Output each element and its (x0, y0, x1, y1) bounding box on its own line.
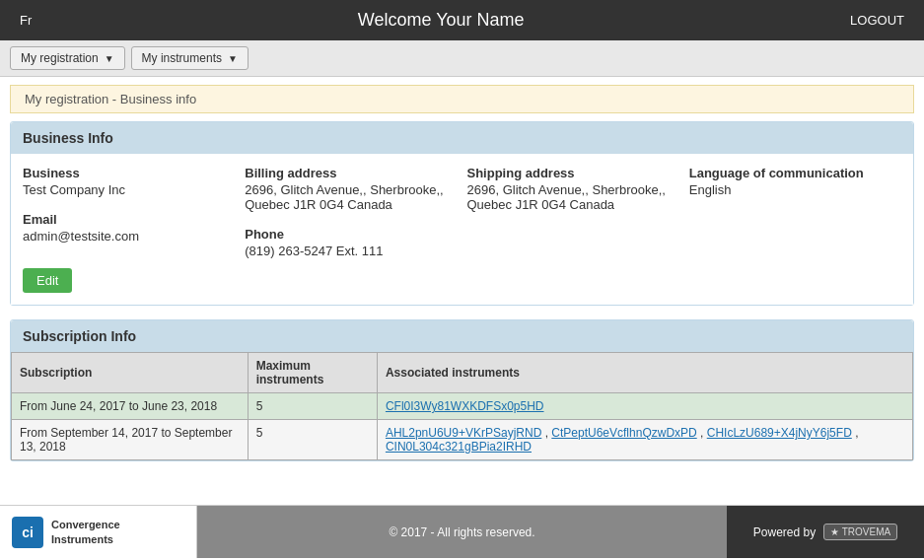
subscription-info-header: Subscription Info (11, 320, 913, 352)
subscription-period: From September 14, 2017 to September 13,… (12, 420, 249, 460)
col-associated-instruments: Associated instruments (377, 353, 912, 393)
subscription-info-section: Subscription Info Subscription Maximum i… (10, 319, 914, 461)
logo-icon: ci (12, 517, 43, 548)
footer-copyright: © 2017 - All rights reserved. (197, 506, 727, 558)
email-label: Email (23, 212, 235, 227)
shipping-label: Shipping address (467, 166, 679, 180)
phone-value: (819) 263-5247 Ext. 111 (245, 244, 457, 258)
edit-button[interactable]: Edit (23, 268, 72, 293)
language-label: Language of communication (689, 166, 901, 180)
associated-instruments-value: CFl0I3Wy81WXKDFSx0p5HD (377, 393, 912, 420)
billing-label: Billing address (245, 166, 457, 180)
footer-powered-by: Powered by ★ TROVEMA (727, 506, 924, 558)
main-content: Business Info Business Test Company Inc … (0, 121, 924, 485)
billing-value: 2696, Glitch Avenue,, Sherbrooke,, Quebe… (245, 182, 457, 212)
language-selector[interactable]: Fr (10, 13, 32, 28)
my-instruments-menu[interactable]: My instruments ▼ (131, 46, 249, 70)
header: Fr Welcome Your Name LOGOUT (0, 0, 924, 40)
navbar: My registration ▼ My instruments ▼ (0, 40, 924, 77)
header-title: Welcome Your Name (32, 10, 850, 31)
table-row: From June 24, 2017 to June 23, 20185CFl0… (12, 393, 913, 420)
instrument-link[interactable]: CtPeptU6eVcflhnQzwDxPD (551, 426, 696, 440)
subscription-table: Subscription Maximum instruments Associa… (11, 352, 913, 460)
footer: ci Convergence Instruments © 2017 - All … (0, 505, 924, 558)
instrument-link[interactable]: CHIcLzU689+X4jNyY6j5FD (707, 426, 852, 440)
instrument-link[interactable]: CFl0I3Wy81WXKDFSx0p5HD (386, 399, 544, 413)
subscription-period: From June 24, 2017 to June 23, 2018 (12, 393, 249, 420)
business-info-body: Business Test Company Inc Email admin@te… (11, 154, 913, 305)
breadcrumb: My registration - Business info (10, 85, 914, 113)
footer-logo: ci Convergence Instruments (0, 506, 197, 558)
business-info-header: Business Info (11, 122, 913, 154)
max-instruments-value: 5 (248, 420, 377, 460)
business-label: Business (23, 166, 235, 180)
table-row: From September 14, 2017 to September 13,… (12, 420, 913, 460)
shipping-value: 2696, Glitch Avenue,, Sherbrooke,, Quebe… (467, 182, 679, 212)
associated-instruments-value: AHL2pnU6U9+VKrPSayjRND , CtPeptU6eVcflhn… (377, 420, 912, 460)
business-info-section: Business Info Business Test Company Inc … (10, 121, 914, 306)
instrument-link[interactable]: AHL2pnU6U9+VKrPSayjRND (386, 426, 541, 440)
shipping-address-block: Shipping address 2696, Glitch Avenue,, S… (467, 166, 679, 258)
my-registration-menu[interactable]: My registration ▼ (10, 46, 125, 70)
email-value: admin@testsite.com (23, 229, 235, 244)
logo-text: Convergence Instruments (51, 518, 120, 546)
language-value: English (689, 182, 901, 197)
business-info-grid: Business Test Company Inc Email admin@te… (23, 166, 901, 258)
max-instruments-value: 5 (248, 393, 377, 420)
phone-label: Phone (245, 227, 457, 242)
chevron-down-icon: ▼ (228, 53, 238, 64)
col-subscription: Subscription (12, 353, 249, 393)
business-name-block: Business Test Company Inc Email admin@te… (23, 166, 235, 258)
trovema-logo: ★ TROVEMA (823, 524, 897, 540)
logout-button[interactable]: LOGOUT (850, 13, 914, 28)
subscription-info-body: Subscription Maximum instruments Associa… (11, 352, 913, 460)
table-header-row: Subscription Maximum instruments Associa… (12, 353, 913, 393)
col-max-instruments: Maximum instruments (248, 353, 377, 393)
chevron-down-icon: ▼ (105, 53, 114, 64)
instrument-link[interactable]: CIN0L304c321gBPia2IRHD (386, 440, 532, 454)
language-block: Language of communication English (689, 166, 901, 258)
business-value: Test Company Inc (23, 182, 235, 197)
billing-address-block: Billing address 2696, Glitch Avenue,, Sh… (245, 166, 457, 258)
